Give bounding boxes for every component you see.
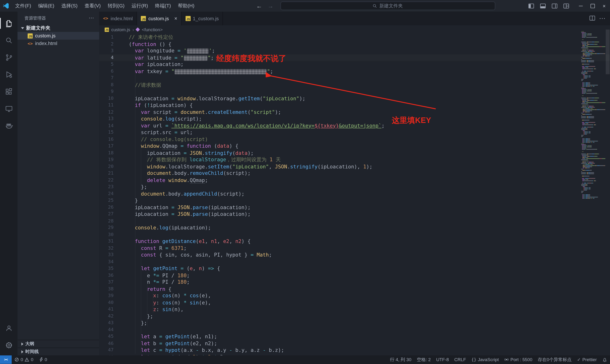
code-line[interactable]: 15 script.src = url;	[99, 129, 610, 136]
close-button[interactable]: ×	[598, 0, 610, 12]
status-eol[interactable]: CRLF	[451, 355, 469, 364]
scrollbar-thumb[interactable]	[606, 29, 610, 74]
accounts-icon[interactable]	[0, 320, 17, 337]
code-line[interactable]: 4 var latitude = "";	[99, 54, 610, 61]
code-line[interactable]: 35 let getPoint = (e, n) => {	[99, 265, 610, 272]
settings-gear-icon[interactable]	[0, 337, 17, 354]
code-line[interactable]: 17 window.QQmap = function (data) {	[99, 143, 610, 150]
code-line[interactable]: 30	[99, 231, 610, 238]
code-line[interactable]: 3 var longitude = '';	[99, 47, 610, 54]
notifications-bell[interactable]	[599, 355, 610, 364]
code-line[interactable]: 9	[99, 88, 610, 95]
code-line[interactable]: 33 const { sin, cos, asin, PI, hypot } =…	[99, 252, 610, 259]
code-line[interactable]: 45 let a = getPoint(e1, n1);	[99, 333, 610, 340]
code-line[interactable]: 42 };	[99, 313, 610, 320]
code-line[interactable]: 38 return {	[99, 286, 610, 293]
code-line[interactable]: 2(function () {	[99, 41, 610, 48]
minimap[interactable]	[581, 31, 605, 355]
code-line[interactable]: 6 var txkey = "";	[99, 68, 610, 75]
menu-item-4[interactable]: 转到(G)	[104, 0, 128, 12]
tab-custom.js[interactable]: JScustom.js×	[137, 12, 182, 25]
command-center-search[interactable]: 新建文件夹	[280, 2, 495, 10]
customize-layout-icon[interactable]	[561, 1, 571, 11]
code-line[interactable]: 11 if (!ipLoacation) {	[99, 102, 610, 109]
status-indentation[interactable]: 空格: 2	[414, 355, 433, 364]
menu-item-2[interactable]: 选择(S)	[58, 0, 81, 12]
code-line[interactable]: 8 //请求数据	[99, 81, 610, 88]
code-line[interactable]: 34	[99, 258, 610, 265]
menu-item-7[interactable]: 帮助(H)	[174, 0, 198, 12]
code-line[interactable]: 7	[99, 75, 610, 81]
code-line[interactable]: 40 y: cos(n) * sin(e),	[99, 299, 610, 306]
status-punctuation-ext[interactable]: 存在0个异常标点	[535, 355, 574, 364]
split-editor-icon[interactable]	[589, 15, 595, 22]
menu-item-3[interactable]: 查看(V)	[81, 0, 104, 12]
source-control-icon[interactable]	[0, 49, 17, 66]
sidebar-more-icon[interactable]: ⋯	[89, 15, 94, 21]
code-line[interactable]: 24 document.body.appendChild(script);	[99, 190, 610, 197]
folder-row[interactable]: 新建文件夹	[17, 24, 99, 32]
code-line[interactable]: 5 var ipLoacation;	[99, 61, 610, 68]
code-line[interactable]: 26 ipLoacation = JSON.parse(ipLoacation)…	[99, 204, 610, 211]
status-problems[interactable]: 0 0	[12, 355, 36, 364]
toggle-sidebar-icon[interactable]	[526, 1, 536, 11]
status-language[interactable]: {}JavaScript	[469, 355, 502, 364]
timeline-section[interactable]: 时间线	[17, 348, 99, 355]
code-line[interactable]: 46 let b = getPoint(e2, n2);	[99, 340, 610, 347]
code-line[interactable]: 29 console.log(ipLoacation);	[99, 224, 610, 231]
code-line[interactable]: 31 function getDistance(e1, n1, e2, n2) …	[99, 238, 610, 245]
code-line[interactable]: 21 document.body.removeChild(script);	[99, 170, 610, 177]
code-line[interactable]: 41 z: sin(n),	[99, 306, 610, 313]
code-line[interactable]: 47 let c = hypot(a.x - b.x, a.y - b.y, a…	[99, 347, 610, 354]
code-line[interactable]: 36 e *= PI / 180;	[99, 272, 610, 279]
menu-item-0[interactable]: 文件(F)	[12, 0, 35, 12]
tab-close-icon[interactable]: ×	[174, 15, 177, 21]
tab-1_custom.js[interactable]: JS1_custom.js	[182, 12, 223, 25]
code-line[interactable]: 43 };	[99, 320, 610, 327]
remote-explorer-icon[interactable]	[0, 100, 17, 117]
nav-forward-icon[interactable]: →	[267, 3, 273, 9]
code-line[interactable]: 13 console.log(script);	[99, 116, 610, 122]
code-line[interactable]: 12 var script = document.createElement("…	[99, 109, 610, 116]
extensions-icon[interactable]	[0, 83, 17, 100]
code-line[interactable]: 14 var url = `https://apis.map.qq.com/ws…	[99, 122, 610, 129]
code-line[interactable]: 37 n *= PI / 180;	[99, 279, 610, 286]
tab-index.html[interactable]: <>index.html	[99, 12, 137, 25]
remote-indicator[interactable]: ><	[0, 355, 12, 364]
code-line[interactable]: 28	[99, 218, 610, 224]
code-line[interactable]: 23 };	[99, 183, 610, 190]
toggle-panel-icon[interactable]	[538, 1, 547, 11]
search-sidebar-icon[interactable]	[0, 32, 17, 49]
code-line[interactable]: 10 ipLoacation = window.localStorage.get…	[99, 95, 610, 102]
code-line[interactable]: 18 ipLoacation = JSON.stringify(data);	[99, 150, 610, 156]
code-line[interactable]: 22 delete window.QQmap;	[99, 177, 610, 184]
code-line[interactable]: 27 ipLoacation = JSON.parse(ipLoacation)…	[99, 211, 610, 218]
status-encoding[interactable]: UTF-8	[433, 355, 451, 364]
status-prettier[interactable]: ✓Prettier	[574, 355, 599, 364]
file-row-custom.js[interactable]: JScustom.js	[17, 32, 99, 40]
status-misc-count[interactable]: 0	[36, 355, 50, 364]
outline-section[interactable]: 大纲	[17, 340, 99, 348]
minimize-button[interactable]	[575, 0, 587, 12]
code-area[interactable]: 1// 来访者个性定位2(function () {3 var longitud…	[99, 34, 610, 355]
explorer-icon[interactable]	[0, 15, 17, 32]
code-line[interactable]: 25 }	[99, 197, 610, 204]
nav-back-icon[interactable]: ←	[256, 3, 262, 9]
editor-more-icon[interactable]: ⋯	[599, 15, 605, 22]
status-port[interactable]: Port : 5500	[502, 355, 535, 364]
editor-scrollbar[interactable]	[605, 29, 610, 355]
code-line[interactable]: 48 let r = asin(c / 2) * 2 * R;	[99, 353, 610, 355]
status-cursor-position[interactable]: 行 4, 列 30	[387, 355, 414, 364]
maximize-button[interactable]	[587, 0, 598, 12]
code-line[interactable]: 32 const R = 6371;	[99, 245, 610, 252]
code-line[interactable]: 20 window.localStorage.setItem("ipLocati…	[99, 163, 610, 170]
code-line[interactable]: 16 // console.log(script)	[99, 136, 610, 143]
code-line[interactable]: 1// 来访者个性定位	[99, 34, 610, 41]
code-line[interactable]: 19 // 将数据保存到 localStorage，过期时间设置为 1 天	[99, 156, 610, 163]
code-line[interactable]: 44	[99, 326, 610, 333]
menu-item-6[interactable]: 终端(T)	[152, 0, 174, 12]
code-line[interactable]: 39 x: cos(n) * cos(e),	[99, 292, 610, 299]
docker-icon[interactable]	[0, 117, 17, 135]
menu-item-5[interactable]: 运行(R)	[128, 0, 152, 12]
menu-item-1[interactable]: 编辑(E)	[35, 0, 58, 12]
